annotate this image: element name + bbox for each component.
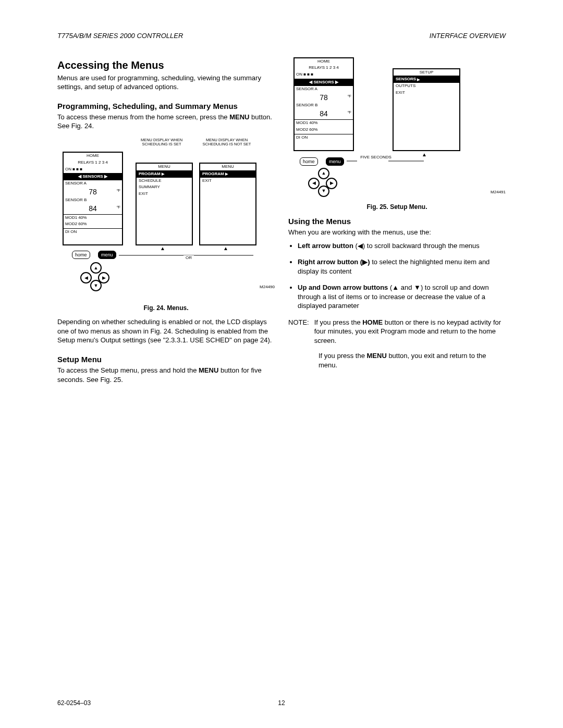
dpad-icon-25: ▲ ▼ ◀ ▶ xyxy=(308,168,337,197)
five-seconds-label: FIVE SECONDS xyxy=(360,155,391,160)
fig24-label-right: MENU DISPLAY WHEN SCHEDULING IS NOT SET xyxy=(198,138,255,147)
figure-25: HOME RELAYS 1 2 3 4 ON ■ ■ ■ ◀ SENSORS ▶… xyxy=(288,55,506,199)
or-label: OR xyxy=(183,255,194,261)
right-arrow-icon: ▶ xyxy=(98,272,109,283)
note-body-2: If you press the MENU button, you exit a… xyxy=(319,351,506,369)
note-body: If you press the HOME button or there is… xyxy=(314,318,506,346)
intro-paragraph: Menus are used for programming, scheduli… xyxy=(57,73,275,92)
main-heading: Accessing the Menus xyxy=(57,58,275,72)
home-button-tag: home xyxy=(72,251,90,259)
page-header: T775A/B/M SERIES 2000 CONTROLLER INTERFA… xyxy=(57,31,506,41)
programming-heading: Programming, Scheduling, and Summary Men… xyxy=(57,101,275,112)
menu-lcd-schedset: MENU PROGRAM▶ SCHEDULE SUMMARY EXIT xyxy=(136,163,193,245)
fig24-code: M24490 xyxy=(260,285,275,290)
left-arrow-icon: ◀ xyxy=(308,178,320,189)
using-heading: Using the Menus xyxy=(288,216,506,227)
doc-number: 62-0254–03 xyxy=(57,699,91,707)
fig25-caption: Fig. 25. Setup Menu. xyxy=(288,203,506,211)
up-arrow-icon: ▲ xyxy=(90,262,102,274)
note-block: NOTE: If you press the HOME button or th… xyxy=(288,318,506,346)
up-arrow-icon: ▲ xyxy=(318,168,329,179)
menu-button-tag: menu xyxy=(98,251,116,259)
home-lcd-25: HOME RELAYS 1 2 3 4 ON ■ ■ ■ ◀ SENSORS ▶… xyxy=(293,57,354,151)
menu-button-tag-25: menu xyxy=(326,157,344,166)
bullet-updown-arrow: Up and Down arrow buttons (▲ and ▼) to s… xyxy=(298,283,506,311)
header-right: INTERFACE OVERVIEW xyxy=(430,31,506,41)
left-arrow-icon: ◀ xyxy=(80,272,92,283)
page-number: 12 xyxy=(278,699,285,707)
bullet-list: Left arrow button (◀) to scroll backward… xyxy=(288,241,506,311)
fig24-caption: Fig. 24. Menus. xyxy=(57,304,275,312)
setup-heading: Setup Menu xyxy=(57,354,275,365)
dpad-icon: ▲ ▼ ◀ ▶ xyxy=(80,262,109,291)
fig24-label-left: MENU DISPLAY WHEN SCHEDULING IS SET xyxy=(136,138,188,147)
setup-paragraph: To access the Setup menu, press and hold… xyxy=(57,366,275,384)
fig25-code: M24491 xyxy=(491,190,506,195)
page-footer: 62-0254–03 12 xyxy=(57,699,506,707)
home-button-tag-25: home xyxy=(300,157,318,166)
note-label: NOTE: xyxy=(288,318,309,346)
menu-lcd-notset: MENU PROGRAM▶ EXIT xyxy=(199,163,256,245)
using-intro: When you are working with the menus, use… xyxy=(288,228,506,237)
bullet-right-arrow: Right arrow button (▶) to select the hig… xyxy=(298,257,506,276)
bullet-left-arrow: Left arrow button (◀) to scroll backward… xyxy=(298,241,506,251)
setup-lcd: SETUP SENSORS▶ OUTPUTS EXIT xyxy=(393,68,460,151)
figure-24: MENU DISPLAY WHEN SCHEDULING IS SET MENU… xyxy=(57,138,275,300)
right-arrow-icon: ▶ xyxy=(326,178,337,189)
depending-paragraph: Depending on whether scheduling is enabl… xyxy=(57,317,275,345)
header-left: T775A/B/M SERIES 2000 CONTROLLER xyxy=(57,31,183,41)
home-lcd: HOME RELAYS 1 2 3 4 ON ■ ■ ■ ◀ SENSORS ▶… xyxy=(63,152,123,245)
programming-paragraph: To access these menus from the home scre… xyxy=(57,113,275,131)
